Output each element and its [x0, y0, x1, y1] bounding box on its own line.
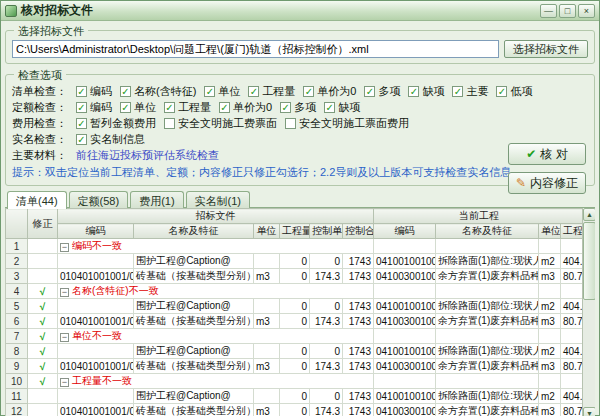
correction-cell[interactable]: √ — [28, 314, 58, 329]
checkbox-box[interactable]: ✓ — [76, 134, 87, 145]
current-unit-cell — [539, 284, 561, 299]
checkbox-box[interactable]: ✓ — [496, 86, 507, 97]
checkbox-box[interactable]: ✓ — [120, 102, 131, 113]
correction-cell[interactable]: √ — [28, 359, 58, 374]
checkbox-item[interactable]: ✓主要 — [452, 84, 488, 99]
collapse-icon[interactable]: − — [60, 333, 69, 342]
close-button[interactable]: × — [578, 4, 595, 18]
bid-file-path-input[interactable] — [12, 40, 499, 58]
checkbox-item[interactable]: ✓实名制信息 — [76, 132, 145, 147]
collapse-icon[interactable]: − — [60, 243, 69, 252]
result-row[interactable]: 2围护工程@Caption@001743041001001001拆除路面(1)部… — [6, 254, 585, 269]
result-row[interactable]: 12010401001001/010…砖基础（按基础类型分别）m30174.31… — [6, 404, 585, 416]
correction-cell[interactable]: √ — [28, 329, 58, 344]
tab-list[interactable]: 清单(44) — [7, 191, 67, 209]
checkbox-item[interactable]: ✓多项 — [364, 84, 400, 99]
current-code-cell: 041001001001 — [374, 254, 436, 269]
vertical-scrollbar[interactable]: ▲ ▼ — [582, 208, 595, 416]
correction-cell[interactable]: √ — [28, 344, 58, 359]
tab-realname[interactable]: 实名制(1) — [186, 191, 250, 208]
issue-group-row[interactable]: 10√−工程量不一致 — [6, 374, 585, 389]
correction-cell[interactable] — [28, 269, 58, 284]
result-row[interactable]: 3010401001001/010…砖基础（按基础类型分别）m30174.317… — [6, 269, 585, 284]
current-code-cell: 041003001001 — [374, 359, 436, 374]
checkbox-item[interactable]: 安全文明施工费票面 — [164, 116, 277, 131]
checkbox-box[interactable]: ✓ — [408, 86, 419, 97]
correction-cell[interactable] — [28, 254, 58, 269]
checkbox-box[interactable]: ✓ — [364, 86, 375, 97]
correction-cell[interactable] — [28, 389, 58, 404]
checkbox-item[interactable]: ✓编码 — [76, 84, 112, 99]
tab-quota[interactable]: 定额(58) — [69, 191, 129, 208]
issue-group-row[interactable]: 1−编码不一致 — [6, 239, 585, 254]
checkbox-item[interactable]: ✓单位 — [204, 84, 240, 99]
scrollbar-thumb[interactable] — [583, 222, 595, 300]
title-bar: 核对招标文件 — □ × — [1, 1, 599, 21]
bid-qty-cell: 0 — [280, 359, 310, 374]
checkbox-item[interactable]: ✓单价为0 — [303, 84, 356, 99]
current-unit-cell: m2 — [539, 254, 561, 269]
bid-price-cell: 174.3 — [310, 314, 343, 329]
browse-bid-file-button[interactable]: 选择招标文件 — [504, 40, 588, 58]
check-button[interactable]: ✔ 核 对 — [508, 143, 586, 165]
checkbox-box[interactable]: ✓ — [219, 102, 230, 113]
issue-group-row[interactable]: 4√−名称(含特征)不一致 — [6, 284, 585, 299]
checkbox-box[interactable] — [285, 118, 296, 129]
scroll-up-icon[interactable]: ▲ — [583, 208, 595, 221]
checkbox-item[interactable]: ✓低项 — [496, 84, 532, 99]
result-row[interactable]: 9√010401001001/010…砖基础（按基础类型分别）m30174.31… — [6, 359, 585, 374]
bid-code-cell — [58, 389, 134, 404]
checkbox-item[interactable]: ✓名称(含特征) — [120, 84, 196, 99]
correction-cell[interactable] — [28, 404, 58, 416]
checkbox-box[interactable]: ✓ — [204, 86, 215, 97]
checkbox-box[interactable]: ✓ — [76, 86, 87, 97]
current-unit-cell: m2 — [539, 389, 561, 404]
tab-fee[interactable]: 费用(1) — [130, 191, 183, 208]
checkbox-item[interactable]: ✓工程量 — [248, 84, 295, 99]
result-row[interactable]: 8√围护工程@Caption@001743041001001001拆除路面(1)… — [6, 344, 585, 359]
checkbox-box[interactable]: ✓ — [76, 118, 87, 129]
collapse-icon[interactable]: − — [60, 378, 69, 387]
maximize-button[interactable]: □ — [559, 4, 576, 18]
bid-price-cell: 174.3 — [310, 269, 343, 284]
checkbox-box[interactable]: ✓ — [452, 86, 463, 97]
bid-file-group-header: 招标文件 — [58, 209, 374, 224]
checkbox-box[interactable]: ✓ — [324, 102, 335, 113]
bid-col-header-1: 名称及特征 — [134, 224, 254, 239]
checkbox-box[interactable] — [164, 118, 175, 129]
minimize-button[interactable]: — — [540, 4, 557, 18]
current-name-cell: 余方弃置(1)废弃料品种:破除料 — [436, 359, 539, 374]
checkbox-item[interactable]: ✓单价为0 — [219, 100, 272, 115]
checkbox-box[interactable]: ✓ — [120, 86, 131, 97]
issue-group-row[interactable]: 7√−单位不一致 — [6, 329, 585, 344]
current-code-cell: 041001001001 — [374, 389, 436, 404]
checkbox-item[interactable]: ✓编码 — [76, 100, 112, 115]
result-row[interactable]: 11围护工程@Caption@001743041001001001拆除路面(1)… — [6, 389, 585, 404]
checkbox-box[interactable]: ✓ — [248, 86, 259, 97]
correction-cell[interactable]: √ — [28, 284, 58, 299]
checkbox-box[interactable]: ✓ — [164, 102, 175, 113]
correction-cell[interactable]: √ — [28, 299, 58, 314]
result-row[interactable]: 5√围护工程@Caption@001743041001001001拆除路面(1)… — [6, 299, 585, 314]
checkbox-item[interactable]: ✓缺项 — [324, 100, 360, 115]
checkbox-item[interactable]: ✓单位 — [120, 100, 156, 115]
checkbox-item[interactable]: ✓工程量 — [164, 100, 211, 115]
bid-col-header-3: 工程量 — [280, 224, 310, 239]
current-qty-cell: 80.7 — [561, 404, 585, 416]
current-name-cell: 拆除路面(1)部位:现状人行道路面 — [436, 254, 539, 269]
checkbox-box[interactable]: ✓ — [76, 102, 87, 113]
current-qty-cell — [561, 239, 585, 254]
result-row[interactable]: 6√010401001001/010…砖基础（按基础类型分别）m30174.31… — [6, 314, 585, 329]
correction-cell[interactable] — [28, 239, 58, 254]
checkbox-item[interactable]: 安全文明施工票面费用 — [285, 116, 409, 131]
checkbox-box[interactable]: ✓ — [280, 102, 291, 113]
collapse-icon[interactable]: − — [60, 288, 69, 297]
checkbox-box[interactable]: ✓ — [303, 86, 314, 97]
checkbox-item[interactable]: ✓多项 — [280, 100, 316, 115]
checkbox-item[interactable]: ✓缺项 — [408, 84, 444, 99]
checkbox-item[interactable]: ✓暂列金额费用 — [76, 116, 156, 131]
bid-name-cell: 砖基础（按基础类型分别） — [134, 269, 254, 284]
scroll-down-icon[interactable]: ▼ — [583, 407, 595, 416]
correction-cell[interactable]: √ — [28, 374, 58, 389]
haimai-evaluation-link[interactable]: 前往海迈投标预评估系统检查 — [76, 148, 219, 163]
